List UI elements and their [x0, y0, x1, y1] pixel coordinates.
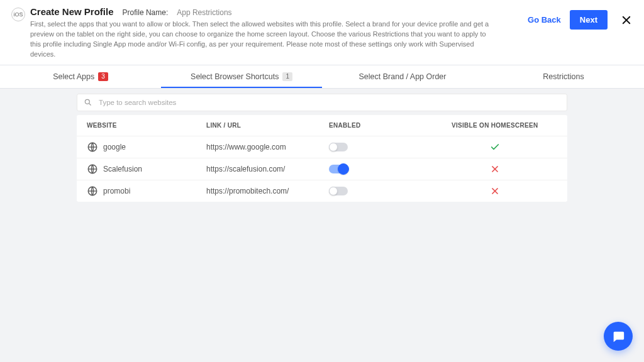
tab-bar: Select Apps 3 Select Browser Shortcuts 1…	[0, 65, 644, 89]
col-enabled: ENABLED	[329, 122, 433, 129]
website-url: https://www.google.com	[206, 143, 329, 151]
tab-badge: 3	[98, 72, 108, 81]
profile-name-label: Profile Name:	[123, 8, 169, 17]
col-link: LINK / URL	[206, 122, 329, 129]
table-row: Scalefusion https://scalefusion.com/	[77, 158, 567, 180]
website-url: https://scalefusion.com/	[206, 165, 329, 173]
go-back-button[interactable]: Go Back	[528, 15, 561, 25]
tab-label: Select Brand / App Order	[359, 72, 447, 81]
table-row: promobi https://promobitech.com/	[77, 180, 567, 202]
tab-label: Select Browser Shortcuts	[191, 72, 279, 81]
tab-label: Select Apps	[53, 72, 94, 81]
enabled-toggle[interactable]	[329, 143, 348, 151]
page-description: First, select the apps that you want to …	[30, 19, 496, 60]
platform-badge: iOS	[11, 8, 25, 21]
tab-select-apps[interactable]: Select Apps 3	[0, 65, 161, 88]
tab-select-brand-app-order[interactable]: Select Brand / App Order	[322, 65, 483, 88]
col-visible: VISIBLE ON HOMESCREEN	[433, 122, 557, 129]
globe-icon	[87, 185, 98, 197]
page-title: Create New Profile	[30, 6, 114, 17]
website-name: Scalefusion	[103, 165, 142, 173]
x-icon	[490, 164, 500, 174]
col-website: WEBSITE	[87, 122, 206, 129]
close-button[interactable]	[620, 14, 633, 26]
x-icon	[490, 186, 500, 196]
search-icon	[84, 98, 92, 107]
tab-label: Restrictions	[543, 72, 584, 81]
globe-icon	[87, 163, 98, 175]
check-icon	[490, 142, 500, 152]
next-button[interactable]: Next	[570, 10, 608, 30]
table-row: google https://www.google.com	[77, 136, 567, 158]
chat-icon	[611, 329, 625, 343]
website-url: https://promobitech.com/	[206, 187, 329, 195]
globe-icon	[87, 141, 98, 153]
svg-line-3	[89, 104, 91, 106]
search-bar[interactable]	[77, 94, 567, 111]
svg-point-2	[85, 99, 89, 104]
tab-badge: 1	[282, 72, 292, 81]
website-name: promobi	[103, 187, 130, 195]
enabled-toggle[interactable]	[329, 165, 348, 173]
search-input[interactable]	[97, 98, 560, 107]
tab-restrictions[interactable]: Restrictions	[483, 65, 644, 88]
chat-support-button[interactable]	[604, 322, 633, 351]
profile-name-value: App Restrictions	[177, 8, 231, 17]
tab-select-browser-shortcuts[interactable]: Select Browser Shortcuts 1	[161, 65, 322, 88]
website-name: google	[103, 143, 126, 151]
enabled-toggle[interactable]	[329, 187, 348, 195]
close-icon	[621, 14, 632, 26]
websites-table: WEBSITE LINK / URL ENABLED VISIBLE ON HO…	[77, 115, 567, 202]
